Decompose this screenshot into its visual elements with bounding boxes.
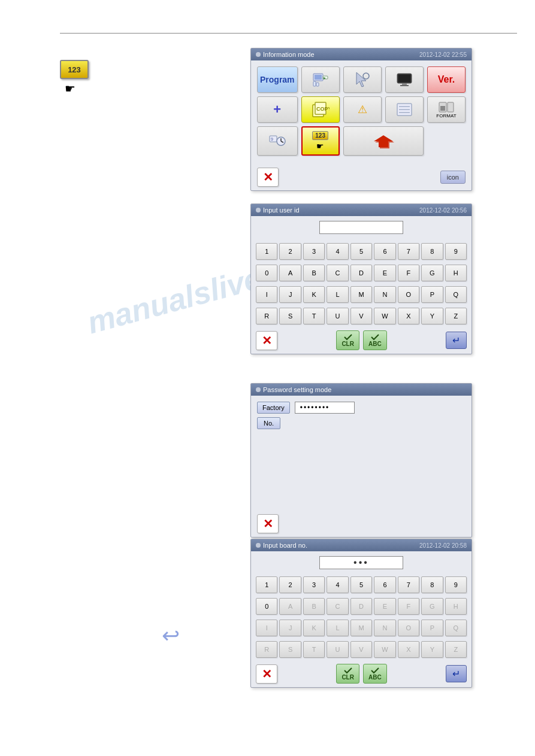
key-L[interactable]: L xyxy=(327,286,348,303)
copy-button[interactable]: COPY xyxy=(301,96,340,123)
abc-button[interactable]: ABC xyxy=(363,330,387,350)
userid-keyboard-row4: R S T U V W X Y Z xyxy=(251,305,471,327)
key-P[interactable]: P xyxy=(421,286,443,303)
board-key-A: A xyxy=(279,598,301,615)
key-W[interactable]: W xyxy=(374,308,395,324)
program-button[interactable]: Program xyxy=(257,66,298,93)
key-Y[interactable]: Y xyxy=(421,308,443,324)
icon-label-button[interactable]: icon xyxy=(440,171,466,184)
key-F[interactable]: F xyxy=(398,265,419,281)
key-9[interactable]: 9 xyxy=(445,243,467,260)
format-icon xyxy=(438,101,455,113)
format-button[interactable]: FORMAT xyxy=(427,96,466,123)
userid-cancel-button[interactable]: ✕ xyxy=(256,331,277,350)
panel-board-title: Input board no. xyxy=(263,542,307,549)
key-S[interactable]: S xyxy=(279,308,301,324)
key-N[interactable]: N xyxy=(374,286,395,303)
password-cancel-button[interactable]: ✕ xyxy=(257,514,279,533)
board-key-2[interactable]: 2 xyxy=(279,576,301,593)
key-D[interactable]: D xyxy=(350,265,372,281)
board-key-H: H xyxy=(445,598,467,615)
board-key-3[interactable]: 3 xyxy=(303,576,325,593)
key-3[interactable]: 3 xyxy=(303,243,325,260)
clr-button[interactable]: CLR xyxy=(336,330,359,350)
key-R[interactable]: R xyxy=(256,308,277,324)
key-0[interactable]: 0 xyxy=(256,265,277,281)
key-U[interactable]: U xyxy=(327,308,348,324)
panel-board-header: Input board no. 2012-12-02 20:58 xyxy=(251,539,471,551)
password-empty-space xyxy=(257,433,466,505)
key-Q[interactable]: Q xyxy=(445,286,467,303)
key-I[interactable]: I xyxy=(256,286,277,303)
key-T[interactable]: T xyxy=(303,308,325,324)
monitor-button[interactable] xyxy=(385,66,424,93)
board-cancel-button[interactable]: ✕ xyxy=(256,664,277,684)
board-key-5[interactable]: 5 xyxy=(350,576,372,593)
panel-userid-title: Input user id xyxy=(263,207,300,214)
key-X[interactable]: X xyxy=(398,308,419,324)
key-2[interactable]: 2 xyxy=(279,243,301,260)
cancel-x-icon: ✕ xyxy=(263,170,273,184)
key-Z[interactable]: Z xyxy=(445,308,467,324)
key-1[interactable]: 1 xyxy=(256,243,277,260)
key-G[interactable]: G xyxy=(421,265,443,281)
board-key-B: B xyxy=(303,598,325,615)
format-label: FORMAT xyxy=(436,113,456,119)
board-key-4[interactable]: 4 xyxy=(327,576,348,593)
panel-userid-header: Input user id 2012-12-02 20:56 xyxy=(251,204,471,216)
board-key-6[interactable]: 6 xyxy=(374,576,395,593)
cursor-button[interactable] xyxy=(343,66,382,93)
board-abc-button[interactable]: ABC xyxy=(363,664,387,684)
board-enter-icon: ↵ xyxy=(452,669,460,679)
board-key-R: R xyxy=(256,641,277,658)
board-clr-button[interactable]: CLR xyxy=(336,664,359,684)
key-4[interactable]: 4 xyxy=(327,243,348,260)
settings-button[interactable]: ▶ xyxy=(301,66,340,93)
board-key-7[interactable]: 7 xyxy=(398,576,419,593)
key-M[interactable]: M xyxy=(350,286,372,303)
key-B[interactable]: B xyxy=(303,265,325,281)
warning-button[interactable]: ⚠ xyxy=(343,96,382,123)
key-H[interactable]: H xyxy=(445,265,467,281)
userid-input-field[interactable] xyxy=(319,221,403,234)
abc-label: ABC xyxy=(368,341,382,347)
board-abc-label: ABC xyxy=(368,674,382,681)
plus-button[interactable]: + xyxy=(257,96,298,123)
key-K[interactable]: K xyxy=(303,286,325,303)
key-J[interactable]: J xyxy=(279,286,301,303)
key-5[interactable]: 5 xyxy=(350,243,372,260)
num123-button[interactable]: 123 ☛ xyxy=(301,126,340,156)
board-key-T: T xyxy=(303,641,325,658)
board-enter-button[interactable]: ↵ xyxy=(446,665,467,682)
float-123-icon: 123 ☛ xyxy=(60,60,89,96)
svg-rect-11 xyxy=(400,85,409,86)
key-A[interactable]: A xyxy=(279,265,301,281)
board-key-0[interactable]: 0 xyxy=(256,598,277,615)
factory-label: Factory xyxy=(257,402,290,414)
board-key-8[interactable]: 8 xyxy=(421,576,443,593)
info-cancel-button[interactable]: ✕ xyxy=(257,168,279,187)
key-O[interactable]: O xyxy=(398,286,419,303)
key-8[interactable]: 8 xyxy=(421,243,443,260)
key-V[interactable]: V xyxy=(350,308,372,324)
board-key-1[interactable]: 1 xyxy=(256,576,277,593)
list-icon xyxy=(396,102,413,117)
key-C[interactable]: C xyxy=(327,265,348,281)
cancel-x-icon: ✕ xyxy=(262,667,272,681)
board-display: ••• xyxy=(319,556,403,569)
settings-icon: ▶ xyxy=(312,71,329,88)
ver-button[interactable]: Ver. xyxy=(427,66,466,93)
clock-button[interactable]: 9 xyxy=(257,126,298,156)
arrow-up-button[interactable] xyxy=(343,126,424,156)
key-E[interactable]: E xyxy=(374,265,395,281)
userid-enter-button[interactable]: ↵ xyxy=(446,332,467,349)
no-button[interactable]: No. xyxy=(257,417,280,429)
list-button[interactable] xyxy=(385,96,424,123)
key-6[interactable]: 6 xyxy=(374,243,395,260)
info-button-grid: Program ▶ xyxy=(257,66,466,156)
key-7[interactable]: 7 xyxy=(398,243,419,260)
board-key-D: D xyxy=(350,598,372,615)
svg-text:COPY: COPY xyxy=(316,106,330,112)
board-key-9[interactable]: 9 xyxy=(445,576,467,593)
svg-rect-5 xyxy=(316,83,319,86)
